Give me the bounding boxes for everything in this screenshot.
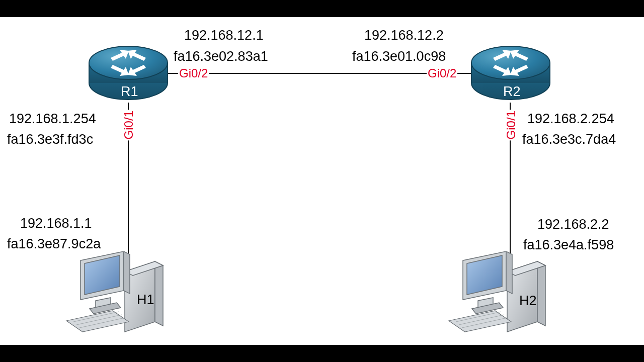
h1-ip: 192.168.1.1 (20, 215, 92, 231)
host-h1-label: H1 (137, 292, 154, 308)
host-h2-label: H2 (519, 293, 537, 309)
r1-gi02-ip: 192.168.12.1 (184, 27, 264, 43)
r2-gi01-ip: 192.168.2.254 (527, 111, 614, 127)
r1-gi01-mac: fa16.3e3f.fd3c (7, 132, 93, 147)
h2-ip: 192.168.2.2 (537, 216, 609, 232)
h1-mac: fa16.3e87.9c2a (7, 236, 101, 252)
h2-mac: fa16.3e4a.f598 (523, 237, 614, 253)
network-diagram: R1 R2 (0, 17, 644, 345)
r2-gi02-ip: 192.168.12.2 (364, 27, 444, 43)
r2-gi01-mac: fa16.3e3c.7da4 (522, 132, 616, 147)
r1-gi01-port: Gi0/1 (122, 110, 136, 140)
router-r1-label: R1 (121, 84, 138, 100)
r2-gi02-mac: fa16.3e01.0c98 (352, 49, 446, 64)
r2-gi01-port: Gi0/1 (504, 110, 518, 140)
r1-gi01-ip: 192.168.1.254 (9, 111, 96, 127)
router-r2-label: R2 (503, 84, 521, 100)
r1-gi02-mac: fa16.3e02.83a1 (174, 49, 268, 64)
r2-gi02-port: Gi0/2 (427, 66, 457, 80)
r1-gi02-port: Gi0/2 (178, 66, 209, 80)
